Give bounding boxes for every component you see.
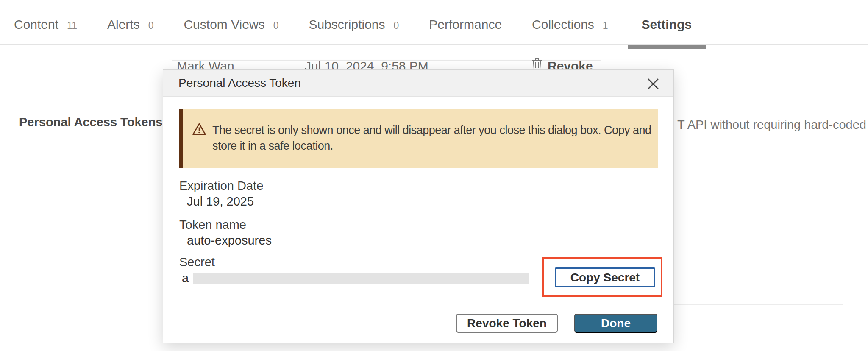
expiration-date-value: Jul 19, 2025 (187, 195, 254, 209)
tab-label: Collections (532, 17, 594, 32)
tab-subscriptions[interactable]: Subscriptions 0 (309, 17, 399, 44)
tab-count-badge: 0 (394, 20, 399, 31)
tab-count-badge: 1 (603, 20, 608, 31)
tab-count-badge: 0 (148, 20, 154, 31)
copy-secret-button[interactable]: Copy Secret (555, 267, 655, 287)
dialog-title: Personal Access Token (178, 76, 301, 90)
secret-label: Secret (179, 255, 215, 269)
warning-triangle-icon (192, 123, 206, 137)
tab-label: Subscriptions (309, 17, 385, 32)
tab-label: Content (14, 17, 58, 32)
active-tab-underline (628, 45, 706, 49)
warning-text-line1: The secret is only shown once and will d… (212, 123, 651, 138)
tab-label: Custom Views (184, 17, 264, 32)
section-heading: Personal Access Tokens (19, 115, 163, 129)
personal-access-token-dialog: Personal Access Token The secret is only… (163, 69, 674, 343)
close-icon[interactable] (644, 75, 662, 93)
done-button[interactable]: Done (574, 314, 657, 333)
tab-custom-views[interactable]: Custom Views 0 (184, 17, 278, 44)
tab-label: Alerts (107, 17, 140, 32)
expiration-date-label: Expiration Date (179, 179, 263, 193)
token-name-label: Token name (179, 218, 246, 232)
tab-count-badge: 0 (273, 20, 279, 31)
warning-text: The secret is only shown once and will d… (212, 123, 651, 154)
tab-bar: Content 11 Alerts 0 Custom Views 0 Subsc… (0, 0, 868, 45)
token-name-value: auto-exposures (187, 234, 272, 248)
warning-text-line2: store it in a safe location. (212, 138, 651, 154)
tab-collections[interactable]: Collections 1 (532, 17, 608, 44)
secret-value-row: a (182, 271, 529, 285)
section-description-fragment: T API without requiring hard-coded (677, 118, 866, 132)
tab-performance[interactable]: Performance (429, 17, 502, 44)
tab-label: Performance (429, 17, 502, 32)
revoke-token-button[interactable]: Revoke Token (456, 314, 558, 333)
secret-visible-char: a (182, 271, 189, 285)
tab-settings[interactable]: Settings (628, 17, 706, 44)
page: Content 11 Alerts 0 Custom Views 0 Subsc… (0, 0, 868, 351)
tab-content[interactable]: Content 11 (14, 17, 77, 44)
tab-alerts[interactable]: Alerts 0 (107, 17, 153, 44)
secret-redacted-bar (193, 273, 529, 284)
tab-count-badge: 11 (67, 20, 77, 31)
dialog-header: Personal Access Token (163, 70, 673, 97)
tab-label: Settings (642, 17, 692, 32)
secret-warning-banner: The secret is only shown once and will d… (179, 109, 658, 168)
